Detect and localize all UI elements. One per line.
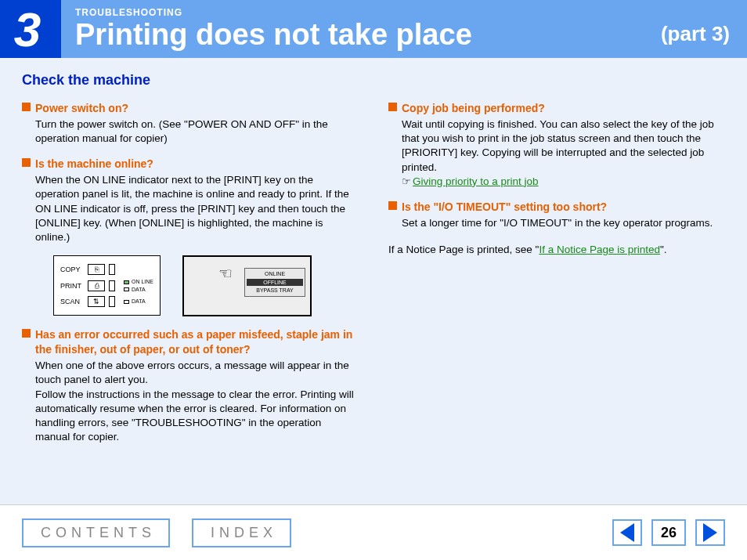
bullet-icon xyxy=(22,158,31,167)
notice-page-note: If a Notice Page is printed, see "If a N… xyxy=(388,243,725,257)
page-title: Printing does not take place xyxy=(75,18,472,52)
check-item: Copy job being performed? Wait until cop… xyxy=(388,101,725,189)
copy-label: COPY xyxy=(60,265,84,274)
page-number: 26 xyxy=(651,519,686,546)
bullet-icon xyxy=(22,329,31,338)
prev-page-button[interactable] xyxy=(612,519,642,546)
breadcrumb: TROUBLESHOOTING xyxy=(75,7,472,18)
data-led-icon xyxy=(124,300,129,304)
notice-page-link[interactable]: If a Notice Page is printed xyxy=(539,244,660,255)
chapter-number: 3 xyxy=(0,0,61,58)
notice-prefix: If a Notice Page is printed, see " xyxy=(388,244,539,255)
online-led-icon xyxy=(124,280,129,284)
check-item: Power switch on? Turn the power switch o… xyxy=(22,101,359,146)
item-body: Wait until copying is finished. You can … xyxy=(402,117,725,189)
columns: Power switch on? Turn the power switch o… xyxy=(22,101,725,455)
key-slot-icon xyxy=(109,264,115,275)
operation-panel-illustration: COPY ⎘ PRINT ⎙ ON LINE DATA xyxy=(53,255,161,316)
right-column: Copy job being performed? Wait until cop… xyxy=(388,101,725,455)
content-area: Check the machine Power switch on? Turn … xyxy=(0,58,747,504)
next-page-button[interactable] xyxy=(695,519,725,546)
pointer-icon: ☞ xyxy=(402,175,411,187)
item-title: Is the "I/O TIMEOUT" setting too short? xyxy=(402,200,607,215)
item-body: Turn the power switch on. (See "POWER ON… xyxy=(35,117,359,146)
notice-suffix: ". xyxy=(660,244,667,255)
priority-link[interactable]: Giving priority to a print job xyxy=(413,175,539,187)
panel-diagram: COPY ⎘ PRINT ⎙ ON LINE DATA xyxy=(53,255,359,316)
data-led-label: DATA xyxy=(132,298,146,305)
bullet-icon xyxy=(22,103,31,111)
footer-nav: CONTENTS INDEX 26 xyxy=(0,504,747,560)
print-label: PRINT xyxy=(60,281,84,291)
item-body: When the ON LINE indicator next to the [… xyxy=(35,173,359,244)
header-text-block: TROUBLESHOOTING Printing does not take p… xyxy=(75,7,472,52)
section-subheading: Check the machine xyxy=(22,72,725,89)
scan-key-icon: ⇅ xyxy=(88,296,105,307)
item-title: Copy job being performed? xyxy=(402,101,545,116)
left-column: Power switch on? Turn the power switch o… xyxy=(22,101,359,455)
key-slot-icon xyxy=(109,296,115,307)
bullet-icon xyxy=(388,103,397,111)
part-label: (part 3) xyxy=(661,22,730,46)
item-body: When one of the above errors occurs, a m… xyxy=(35,359,359,444)
item-title: Has an error occurred such as a paper mi… xyxy=(35,327,359,357)
copy-key-icon: ⎘ xyxy=(88,264,105,275)
print-key-icon: ⎙ xyxy=(88,280,105,291)
pointing-hand-icon: ☜ xyxy=(218,263,233,284)
triangle-right-icon xyxy=(703,523,717,542)
item-title: Power switch on? xyxy=(35,101,128,116)
check-item: Has an error occurred such as a paper mi… xyxy=(22,327,359,444)
check-item: Is the "I/O TIMEOUT" setting too short? … xyxy=(388,200,725,230)
contents-button[interactable]: CONTENTS xyxy=(22,518,170,547)
page-header: 3 TROUBLESHOOTING Printing does not take… xyxy=(0,0,747,58)
online-led-label: ON LINE xyxy=(132,278,153,285)
item-title: Is the machine online? xyxy=(35,157,153,172)
touch-panel-illustration: ☜ ONLINE OFFLINE BYPASS TRAY xyxy=(182,255,312,316)
index-button[interactable]: INDEX xyxy=(192,518,291,547)
screen-offline-label: OFFLINE xyxy=(247,279,303,286)
screen-bypass-label: BYPASS TRAY xyxy=(247,287,303,294)
data-led-icon xyxy=(124,287,129,291)
scan-label: SCAN xyxy=(60,297,84,306)
screen-online-label: ONLINE xyxy=(247,270,303,277)
triangle-left-icon xyxy=(620,523,634,542)
screen-menu: ONLINE OFFLINE BYPASS TRAY xyxy=(244,268,305,296)
item-body-text: Wait until copying is finished. You can … xyxy=(402,118,714,173)
bullet-icon xyxy=(388,201,397,210)
check-item: Is the machine online? When the ON LINE … xyxy=(22,157,359,244)
item-body: Set a longer time for "I/O TIMEOUT" in t… xyxy=(402,216,725,230)
key-slot-icon xyxy=(109,280,115,291)
data-led-label: DATA xyxy=(132,286,146,293)
